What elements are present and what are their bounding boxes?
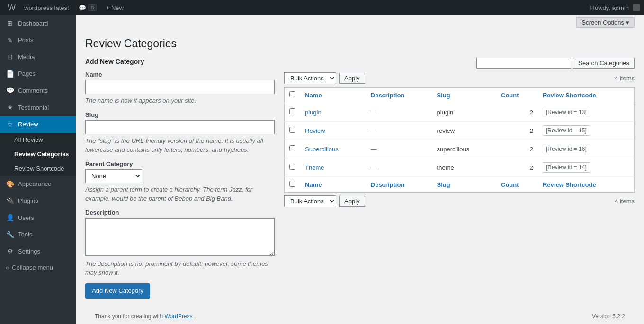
- row-checkbox[interactable]: [289, 108, 295, 114]
- description-field: Description The description is not promi…: [85, 209, 275, 278]
- table-row: Supercilious — supercilious 2 [Review id…: [285, 140, 635, 158]
- sidebar-item-pages[interactable]: 📄 Pages: [0, 66, 76, 83]
- avatar: [633, 4, 640, 11]
- sidebar-item-review[interactable]: ☆ Review: [0, 116, 76, 133]
- comment-icon: 💬: [79, 4, 86, 11]
- row-count-cell: 2: [496, 158, 538, 177]
- sidebar-item-tools[interactable]: 🔧 Tools: [0, 227, 76, 244]
- row-description-cell: —: [366, 140, 432, 158]
- sidebar-item-plugins[interactable]: 🔌 Plugins: [0, 193, 76, 210]
- comments-icon: 💬: [6, 86, 14, 96]
- row-name-link[interactable]: Review: [305, 127, 325, 134]
- content-layout: Add New Category Name The name is how it…: [85, 58, 635, 299]
- form-title: Add New Category: [85, 58, 275, 65]
- review-icon: ☆: [6, 120, 14, 130]
- slug-input[interactable]: [85, 120, 275, 134]
- sidebar-item-comments[interactable]: 💬 Comments: [0, 82, 76, 99]
- add-new-category-button[interactable]: Add New Category: [85, 283, 150, 299]
- collapse-menu-button[interactable]: « Collapse menu: [0, 260, 76, 275]
- row-description-cell: —: [366, 158, 432, 177]
- sidebar-item-posts[interactable]: ✎ Posts: [0, 32, 76, 49]
- col-header-name[interactable]: Name: [300, 88, 366, 103]
- adminbar-site-name[interactable]: wordpress latest: [19, 4, 74, 11]
- dashboard-icon: ⊞: [6, 19, 14, 28]
- wordpress-link[interactable]: WordPress: [164, 313, 194, 320]
- col-header-shortcode: Review Shortcode: [538, 88, 635, 103]
- table-row: plugin — plugin 2 [Review id = 13]: [285, 103, 635, 122]
- search-box: Search Categories: [476, 58, 635, 69]
- sidebar-item-users[interactable]: 👤 Users: [0, 210, 76, 227]
- apply-button-bottom[interactable]: Apply: [339, 196, 365, 207]
- bulk-bar-top: Bulk Actions Apply 4 items: [284, 72, 635, 84]
- name-label: Name: [85, 71, 275, 78]
- users-icon: 👤: [6, 213, 14, 223]
- col-footer-shortcode: Review Shortcode: [538, 177, 635, 193]
- search-input[interactable]: [476, 58, 571, 69]
- select-all-checkbox[interactable]: [289, 91, 295, 97]
- sidebar-item-testimonial[interactable]: ★ Testimonial: [0, 99, 76, 116]
- description-label: Description: [85, 209, 275, 216]
- sidebar-item-all-review[interactable]: All Review: [0, 133, 76, 147]
- shortcode-value: [Review id = 14]: [543, 162, 590, 173]
- col-header-checkbox: [285, 88, 301, 103]
- row-slug-cell: review: [432, 122, 496, 140]
- row-slug-cell: supercilious: [432, 140, 496, 158]
- description-note: The description is not prominent by defa…: [85, 259, 275, 278]
- row-shortcode-cell: [Review id = 16]: [538, 140, 635, 158]
- sidebar-item-media[interactable]: ⊟ Media: [0, 49, 76, 66]
- bulk-actions-select-top[interactable]: Bulk Actions: [284, 72, 336, 84]
- bulk-actions-select-bottom[interactable]: Bulk Actions: [284, 195, 336, 207]
- tools-icon: 🔧: [6, 230, 14, 240]
- row-checkbox[interactable]: [289, 145, 295, 151]
- search-categories-button[interactable]: Search Categories: [573, 58, 635, 69]
- name-input[interactable]: [85, 80, 275, 94]
- pages-icon: 📄: [6, 70, 14, 79]
- shortcode-value: [Review id = 13]: [543, 107, 590, 117]
- parent-select[interactable]: None: [85, 169, 142, 183]
- wp-logo-icon[interactable]: W: [4, 3, 19, 13]
- add-category-form: Add New Category Name The name is how it…: [85, 58, 275, 299]
- col-footer-count: Count: [496, 177, 538, 193]
- row-checkbox-cell: [285, 158, 301, 177]
- col-header-slug[interactable]: Slug: [432, 88, 496, 103]
- screen-options-bar: Screen Options ▾: [76, 15, 644, 30]
- chevron-down-icon: ▾: [626, 19, 629, 26]
- sidebar-item-appearance[interactable]: 🎨 Appearance: [0, 176, 76, 193]
- parent-label: Parent Category: [85, 160, 275, 167]
- table-body: plugin — plugin 2 [Review id = 13] Revie…: [285, 103, 635, 177]
- col-header-count[interactable]: Count: [496, 88, 538, 103]
- slug-field: Slug The "slug" is the URL-friendly vers…: [85, 111, 275, 155]
- adminbar-comments[interactable]: 💬 0: [74, 4, 101, 11]
- row-name-link[interactable]: Supercilious: [305, 146, 339, 153]
- apply-button-top[interactable]: Apply: [339, 73, 365, 84]
- col-header-description: Description: [366, 88, 432, 103]
- appearance-icon: 🎨: [6, 180, 14, 189]
- shortcode-value: [Review id = 15]: [543, 125, 590, 136]
- bulk-bar-bottom: Bulk Actions Apply 4 items: [284, 195, 635, 207]
- description-textarea[interactable]: [85, 218, 275, 256]
- select-all-checkbox-footer[interactable]: [289, 181, 295, 187]
- row-name-cell: Review: [300, 122, 366, 140]
- footer-credit: Thank you for creating with WordPress .: [95, 313, 196, 320]
- row-name-link[interactable]: plugin: [305, 109, 322, 116]
- row-description-cell: —: [366, 122, 432, 140]
- sidebar-item-review-categories[interactable]: Review Categories: [0, 147, 76, 161]
- row-count-cell: 2: [496, 103, 538, 122]
- row-name-cell: plugin: [300, 103, 366, 122]
- row-name-link[interactable]: Theme: [305, 164, 324, 171]
- collapse-icon: «: [6, 264, 9, 271]
- row-checkbox[interactable]: [289, 127, 295, 133]
- slug-desc: The "slug" is the URL-friendly version o…: [85, 136, 275, 155]
- adminbar-new[interactable]: + New: [101, 4, 128, 11]
- row-checkbox[interactable]: [289, 164, 295, 170]
- sidebar-item-settings[interactable]: ⚙ Settings: [0, 243, 76, 260]
- page-title: Review Categories: [85, 37, 635, 50]
- row-checkbox-cell: [285, 103, 301, 122]
- categories-table: Name Description Slug Count: [284, 87, 635, 193]
- row-count-cell: 2: [496, 140, 538, 158]
- parent-category-field: Parent Category None Assign a parent ter…: [85, 160, 275, 203]
- admin-bar: W wordpress latest 💬 0 + New Howdy, admi…: [0, 0, 644, 15]
- screen-options-button[interactable]: Screen Options ▾: [576, 17, 635, 28]
- sidebar-item-dashboard[interactable]: ⊞ Dashboard: [0, 15, 76, 32]
- sidebar-item-review-shortcode[interactable]: Review Shortcode: [0, 162, 76, 176]
